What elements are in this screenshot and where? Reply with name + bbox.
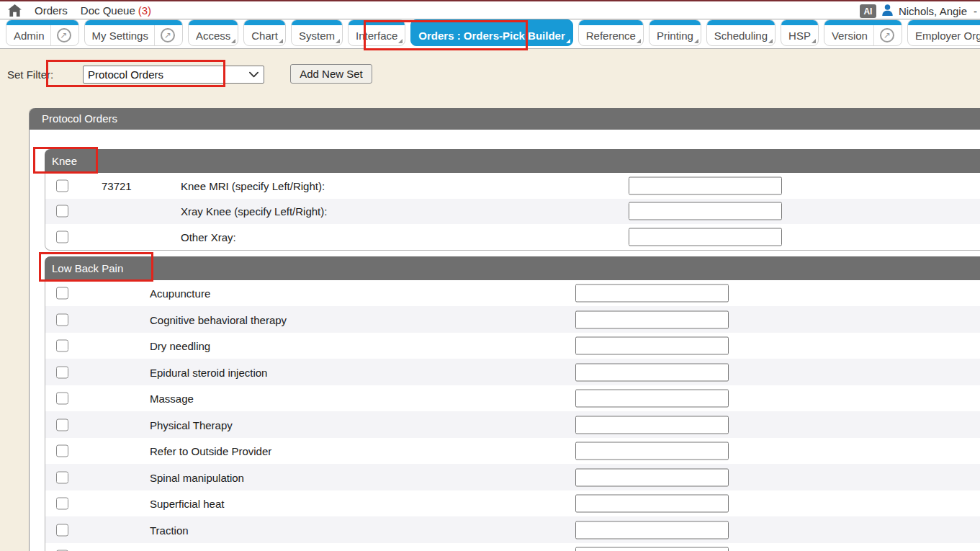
table-row: Spinal manipulation bbox=[45, 464, 980, 490]
section-low-back-pain-title: Low Back Pain bbox=[45, 256, 980, 280]
tab-reference[interactable]: Reference bbox=[578, 19, 644, 46]
order-label: Other Xray: bbox=[181, 230, 236, 243]
dropdown-triangle-icon bbox=[398, 39, 403, 43]
dropdown-triangle-icon bbox=[566, 39, 570, 43]
order-label: Xray Knee (specify Left/Right): bbox=[181, 205, 327, 218]
table-row: Acupuncture bbox=[45, 280, 980, 307]
section-knee-title: Knee bbox=[45, 149, 980, 173]
order-detail-input[interactable] bbox=[575, 390, 729, 408]
dropdown-triangle-icon bbox=[279, 39, 283, 43]
order-label: Massage bbox=[150, 393, 194, 405]
order-detail-input[interactable] bbox=[629, 176, 782, 194]
order-detail-input[interactable] bbox=[575, 547, 729, 551]
order-detail-input[interactable] bbox=[575, 495, 729, 513]
add-new-set-button[interactable]: Add New Set bbox=[290, 64, 372, 84]
order-detail-input[interactable] bbox=[575, 442, 729, 460]
order-detail-input[interactable] bbox=[575, 521, 729, 539]
set-filter-label: Set Filter: bbox=[7, 68, 53, 81]
order-checkbox[interactable] bbox=[56, 205, 68, 218]
order-checkbox[interactable] bbox=[56, 498, 68, 510]
order-detail-input[interactable] bbox=[629, 202, 782, 220]
order-detail-input[interactable] bbox=[575, 416, 729, 434]
order-code: 73721 bbox=[102, 179, 132, 192]
tab-access[interactable]: Access bbox=[188, 19, 238, 46]
tab-hsp[interactable]: HSP bbox=[781, 19, 819, 46]
chevron-down-icon bbox=[249, 69, 259, 80]
ai-badge[interactable]: AI bbox=[860, 4, 876, 18]
order-checkbox[interactable] bbox=[56, 287, 68, 300]
order-checkbox[interactable] bbox=[56, 340, 68, 352]
home-icon[interactable] bbox=[8, 4, 22, 17]
order-label: Spinal manipulation bbox=[150, 471, 244, 483]
order-checkbox[interactable] bbox=[56, 445, 68, 457]
user-area: AI Nichols, Angie - bbox=[860, 1, 977, 21]
dropdown-triangle-icon bbox=[812, 39, 816, 43]
panel-title: Protocol Orders bbox=[30, 108, 980, 130]
table-row: Yoga bbox=[45, 543, 980, 551]
table-row: Physical Therapy bbox=[45, 411, 980, 438]
table-row: Refer to Outside Provider bbox=[45, 438, 980, 465]
tab-orders-pick-builder-active[interactable]: Orders : Orders-Pick Builder bbox=[410, 19, 572, 46]
table-row: Superficial heat bbox=[45, 490, 980, 517]
section-low-back-pain: Low Back Pain Acupuncture Cognitive beha… bbox=[45, 256, 980, 551]
nav-link-doc-queue[interactable]: Doc Queue(3) bbox=[81, 4, 151, 17]
dropdown-triangle-icon bbox=[694, 39, 698, 43]
order-label: Dry needling bbox=[150, 340, 210, 352]
order-label: Refer to Outside Provider bbox=[150, 445, 271, 457]
external-link-icon[interactable]: ↗ bbox=[161, 28, 175, 42]
order-checkbox[interactable] bbox=[56, 179, 68, 192]
order-label: Epidural steroid injection bbox=[150, 366, 267, 378]
external-link-icon[interactable]: ↗ bbox=[880, 28, 894, 42]
order-checkbox[interactable] bbox=[56, 230, 68, 243]
order-checkbox[interactable] bbox=[56, 313, 68, 326]
user-name[interactable]: Nichols, Angie bbox=[899, 5, 967, 17]
order-detail-input[interactable] bbox=[575, 310, 729, 328]
table-row: Other Xray: bbox=[45, 224, 980, 250]
order-detail-input[interactable] bbox=[575, 337, 729, 355]
nav-link-orders[interactable]: Orders bbox=[35, 4, 68, 17]
top-navigation-bar: Orders Doc Queue(3) AI Nichols, Angie - bbox=[0, 0, 980, 19]
set-filter-select[interactable]: Protocol Orders bbox=[83, 66, 264, 84]
dropdown-triangle-icon bbox=[231, 39, 235, 43]
admin-tab-bar: Admin ↗ My Settings ↗ Access Chart Syste… bbox=[0, 19, 980, 49]
order-label: Knee MRI (specify Left/Right): bbox=[181, 179, 325, 192]
order-checkbox[interactable] bbox=[56, 393, 68, 405]
user-icon bbox=[881, 4, 894, 19]
dropdown-triangle-icon bbox=[336, 39, 340, 43]
dropdown-triangle-icon bbox=[637, 39, 641, 43]
order-label: Superficial heat bbox=[150, 498, 224, 510]
tab-chart[interactable]: Chart bbox=[243, 19, 286, 46]
order-checkbox[interactable] bbox=[56, 418, 68, 431]
order-label: Physical Therapy bbox=[150, 418, 233, 431]
table-row: Cognitive behavioral therapy bbox=[45, 306, 980, 333]
table-row: Massage bbox=[45, 385, 980, 412]
table-row: Traction bbox=[45, 516, 980, 543]
order-checkbox[interactable] bbox=[56, 471, 68, 483]
tab-interface[interactable]: Interface bbox=[348, 19, 405, 46]
tab-my-settings[interactable]: My Settings ↗ bbox=[84, 19, 183, 46]
protocol-orders-panel: Protocol Orders Knee 73721 Knee MRI (spe… bbox=[29, 108, 980, 551]
order-detail-input[interactable] bbox=[575, 285, 729, 303]
tab-printing[interactable]: Printing bbox=[649, 19, 701, 46]
order-detail-input[interactable] bbox=[575, 363, 729, 381]
tab-version[interactable]: Version ↗ bbox=[824, 19, 902, 46]
tab-admin[interactable]: Admin ↗ bbox=[6, 19, 79, 46]
table-row: Xray Knee (specify Left/Right): bbox=[45, 199, 980, 225]
doc-queue-count: (3) bbox=[138, 4, 151, 17]
tab-scheduling[interactable]: Scheduling bbox=[706, 19, 776, 46]
dropdown-triangle-icon bbox=[768, 39, 773, 43]
set-filter-selected-value: Protocol Orders bbox=[84, 68, 249, 81]
order-detail-input[interactable] bbox=[629, 228, 782, 246]
order-checkbox[interactable] bbox=[56, 524, 68, 536]
tab-system[interactable]: System bbox=[291, 19, 343, 46]
external-link-icon[interactable]: ↗ bbox=[57, 28, 71, 42]
order-checkbox[interactable] bbox=[56, 366, 68, 378]
user-name-suffix: - bbox=[974, 5, 977, 17]
tab-employer-organizations[interactable]: Employer Organizations ↗ bbox=[907, 19, 980, 46]
order-label: Cognitive behavioral therapy bbox=[150, 313, 287, 326]
table-row: Dry needling bbox=[45, 333, 980, 359]
table-row: Epidural steroid injection bbox=[45, 359, 980, 385]
order-label: Acupuncture bbox=[150, 287, 210, 300]
order-detail-input[interactable] bbox=[575, 468, 729, 486]
order-label: Traction bbox=[150, 524, 189, 536]
